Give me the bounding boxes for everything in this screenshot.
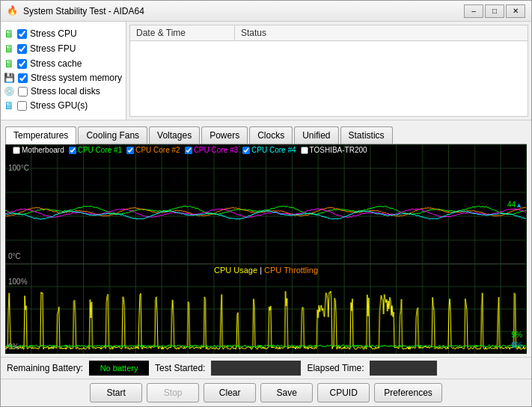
save-button[interactable]: Save	[260, 383, 313, 403]
stress-gpu-label: Stress GPU(s)	[30, 100, 88, 111]
stress-cache-label: Stress cache	[30, 58, 82, 69]
stress-cache-checkbox[interactable]	[17, 59, 27, 69]
status-bar: Remaining Battery: No battery Test Start…	[1, 357, 531, 379]
temperature-chart: Motherboard CPU Core #1 CPU Core #2	[5, 144, 527, 264]
close-button[interactable]: ✕	[506, 4, 525, 18]
battery-value: No battery	[89, 361, 149, 376]
stress-fpu-item[interactable]: 🖥 Stress FPU	[4, 41, 123, 56]
cpu-usage-chart: CPU Usage | CPU Throttling 100% 0% 9% 0%	[5, 264, 527, 354]
top-section: 🖥 Stress CPU 🖥 Stress FPU 🖥 Stress cache…	[1, 22, 531, 120]
window-title: System Stability Test - AIDA64	[23, 6, 464, 16]
legend-cpu4[interactable]: CPU Core #4	[242, 146, 296, 154]
tab-powers[interactable]: Powers	[201, 126, 248, 144]
legend-cpu3-checkbox[interactable]	[185, 147, 192, 154]
legend-toshiba-checkbox[interactable]	[301, 147, 308, 154]
stress-fpu-label: Stress FPU	[30, 43, 76, 54]
stress-disks-checkbox[interactable]	[18, 87, 28, 97]
tabs-container: Temperatures Cooling Fans Voltages Power…	[5, 126, 527, 144]
tab-temperatures[interactable]: Temperatures	[5, 126, 76, 144]
legend-cpu1-label: CPU Core #1	[78, 146, 122, 154]
log-date-header: Date & Time	[130, 25, 235, 40]
legend-cpu2[interactable]: CPU Core #2	[126, 146, 180, 154]
stress-cpu-item[interactable]: 🖥 Stress CPU	[4, 26, 123, 41]
stress-cache-item[interactable]: 🖥 Stress cache	[4, 56, 123, 71]
charts-area: Motherboard CPU Core #1 CPU Core #2	[5, 144, 527, 354]
app-icon: 🔥	[7, 5, 19, 17]
stress-cpu-checkbox[interactable]	[17, 29, 27, 39]
test-started-value	[211, 361, 301, 376]
start-button[interactable]: Start	[90, 383, 142, 403]
log-status-header: Status	[235, 25, 528, 40]
legend-toshiba[interactable]: TOSHIBA-TR200	[301, 146, 367, 154]
cache-device-icon: 🖥	[4, 58, 14, 70]
cpu-device-icon: 🖥	[4, 28, 14, 40]
main-window: 🔥 System Stability Test - AIDA64 – □ ✕ 🖥…	[0, 0, 532, 407]
temp-value: 44▲	[507, 200, 522, 208]
stop-button[interactable]: Stop	[147, 383, 199, 403]
legend-cpu4-label: CPU Core #4	[251, 146, 296, 154]
tab-statistics[interactable]: Statistics	[340, 126, 393, 144]
stress-fpu-checkbox[interactable]	[17, 44, 27, 54]
test-started-label: Test Started:	[155, 363, 205, 373]
stress-gpu-checkbox[interactable]	[17, 101, 27, 111]
log-header: Date & Time Status	[130, 25, 528, 41]
clear-button[interactable]: Clear	[204, 383, 256, 403]
legend-cpu1-checkbox[interactable]	[69, 147, 76, 154]
legend-cpu3-label: CPU Core #3	[194, 146, 238, 154]
legend-motherboard-label: Motherboard	[22, 146, 64, 154]
legend-cpu3[interactable]: CPU Core #3	[185, 146, 238, 154]
stress-memory-label: Stress system memory	[31, 73, 122, 83]
stress-gpu-item[interactable]: 🖥 Stress GPU(s)	[4, 98, 123, 113]
minimize-button[interactable]: –	[464, 4, 483, 18]
legend-cpu4-checkbox[interactable]	[242, 147, 250, 154]
gpu-device-icon: 🖥	[4, 100, 14, 111]
legend-cpu2-label: CPU Core #2	[135, 146, 180, 154]
stress-memory-checkbox[interactable]	[18, 73, 28, 83]
legend-toshiba-label: TOSHIBA-TR200	[310, 146, 367, 154]
tab-clocks[interactable]: Clocks	[249, 126, 293, 144]
temp-y-max: 100°C	[8, 164, 29, 172]
cpu-y-min: 0%	[8, 343, 19, 351]
stress-cpu-label: Stress CPU	[30, 28, 77, 39]
cpu-y-max: 100%	[8, 278, 28, 286]
titlebar-buttons: – □ ✕	[464, 4, 525, 18]
stress-memory-item[interactable]: 💾 Stress system memory	[4, 71, 123, 85]
legend-motherboard[interactable]: Motherboard	[13, 146, 64, 154]
stress-disks-item[interactable]: 💿 Stress local disks	[4, 85, 123, 98]
buttons-bar: Start Stop Clear Save CPUID Preferences	[1, 379, 531, 406]
maximize-button[interactable]: □	[485, 4, 504, 18]
cpu-value-blue: 0%	[512, 341, 522, 349]
elapsed-value	[370, 361, 437, 376]
stress-options-panel: 🖥 Stress CPU 🖥 Stress FPU 🖥 Stress cache…	[1, 22, 126, 120]
preferences-button[interactable]: Preferences	[374, 383, 442, 403]
chart-legend: Motherboard CPU Core #1 CPU Core #2	[13, 146, 367, 154]
legend-motherboard-checkbox[interactable]	[13, 147, 20, 154]
cpuid-button[interactable]: CPUID	[317, 383, 370, 403]
main-layout: 🖥 Stress CPU 🖥 Stress FPU 🖥 Stress cache…	[1, 22, 531, 406]
temp-y-min: 0°C	[8, 252, 21, 260]
legend-cpu2-checkbox[interactable]	[126, 147, 134, 154]
log-panel: Date & Time Status	[129, 25, 528, 117]
battery-label: Remaining Battery:	[7, 363, 83, 373]
fpu-device-icon: 🖥	[4, 43, 14, 55]
disk-device-icon: 💿	[4, 86, 15, 97]
charts-section: Temperatures Cooling Fans Voltages Power…	[1, 120, 531, 357]
tab-unified[interactable]: Unified	[294, 126, 338, 144]
stress-disks-label: Stress local disks	[31, 86, 100, 97]
tab-cooling-fans[interactable]: Cooling Fans	[78, 126, 147, 144]
cpu-value-green: 9%	[512, 331, 522, 339]
titlebar: 🔥 System Stability Test - AIDA64 – □ ✕	[1, 1, 531, 22]
tab-voltages[interactable]: Voltages	[149, 126, 200, 144]
log-body	[130, 41, 528, 116]
elapsed-label: Elapsed Time:	[307, 363, 364, 373]
legend-cpu1[interactable]: CPU Core #1	[69, 146, 122, 154]
memory-device-icon: 💾	[4, 73, 15, 83]
